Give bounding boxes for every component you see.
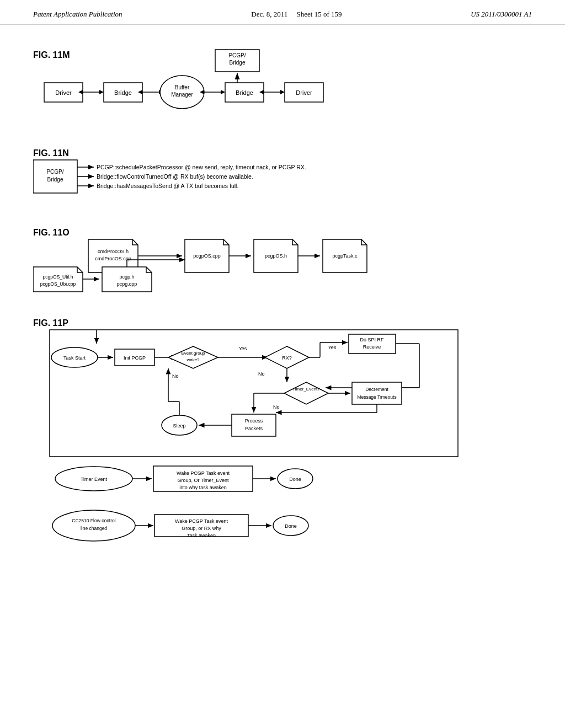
svg-text:Buffer: Buffer	[175, 84, 190, 90]
svg-text:Bridge: Bridge	[236, 89, 253, 96]
publication-label: Patent Application Publication	[33, 10, 122, 19]
svg-text:PCGP::schedulePacketProcessor : PCGP::schedulePacketProcessor @ new send…	[97, 164, 306, 170]
svg-text:CC2510 Flow control: CC2510 Flow control	[72, 518, 115, 523]
svg-text:Bridge: Bridge	[47, 176, 63, 183]
svg-text:No: No	[258, 371, 265, 377]
svg-text:FIG. 11N: FIG. 11N	[33, 148, 69, 158]
svg-text:Wake PCGP Task event: Wake PCGP Task event	[177, 470, 230, 476]
svg-marker-19	[221, 90, 225, 94]
svg-text:cmdProcOS.h: cmdProcOS.h	[98, 249, 129, 254]
svg-text:Process: Process	[245, 418, 263, 424]
svg-text:Task awaken: Task awaken	[187, 533, 216, 538]
svg-text:PCGP/: PCGP/	[46, 169, 63, 175]
svg-text:pcgpOS.h: pcgpOS.h	[265, 253, 287, 259]
svg-text:Bridge: Bridge	[114, 89, 132, 96]
svg-text:Yes: Yes	[328, 345, 337, 350]
fig-11o-diagram: FIG. 11O cmdProcOS.h cmdProcOS.cpp pcgpO…	[33, 226, 508, 297]
svg-text:pcgpOS.cpp: pcgpOS.cpp	[193, 253, 221, 259]
svg-text:Message Timeouts: Message Timeouts	[357, 394, 396, 400]
header-center: Dec. 8, 2011 Sheet 15 of 159	[251, 10, 342, 19]
svg-text:into why task awaken: into why task awaken	[179, 485, 227, 490]
svg-text:FIG. 11O: FIG. 11O	[33, 228, 70, 237]
page-header: Patent Application Publication Dec. 8, 2…	[0, 0, 565, 25]
svg-text:PCGP/: PCGP/	[228, 52, 246, 58]
svg-text:FIG. 11P: FIG. 11P	[33, 318, 68, 328]
svg-text:Bridge::flowControlTurnedOff  : Bridge::flowControlTurnedOff @ RX buf(s)…	[97, 173, 253, 180]
svg-marker-8	[99, 90, 104, 94]
svg-text:Sleep: Sleep	[173, 423, 185, 429]
svg-text:Bridge: Bridge	[230, 60, 246, 66]
fig-11m: FIG. 11M PCGP/ Bridge Driver Bridge B	[33, 47, 532, 135]
svg-text:pcgp.h: pcgp.h	[119, 274, 134, 280]
svg-text:Receive: Receive	[363, 344, 381, 350]
svg-text:pcpg.cpp: pcpg.cpp	[117, 281, 137, 287]
svg-text:pcgpOS_Util.h: pcgpOS_Util.h	[43, 274, 73, 280]
svg-text:Wake PCGP Task event: Wake PCGP Task event	[175, 518, 228, 524]
svg-text:Do SPI RF: Do SPI RF	[360, 337, 384, 342]
patent-number: US 2011/0300001 A1	[471, 10, 532, 19]
svg-text:Init PCGP: Init PCGP	[124, 355, 146, 361]
sheet-label: Sheet 15 of 159	[297, 10, 342, 18]
svg-text:pcgpOS_Ubi.cpp: pcgpOS_Ubi.cpp	[40, 281, 76, 287]
svg-text:cmdProcOS.cpp: cmdProcOS.cpp	[95, 256, 131, 261]
svg-text:Timer Event: Timer Event	[81, 477, 108, 482]
fig-11n-diagram: FIG. 11N PCGP/ Bridge PCGP::schedulePack…	[33, 146, 508, 207]
svg-text:Packets: Packets	[245, 426, 263, 431]
svg-text:No: No	[172, 373, 179, 379]
svg-text:Group, or RX why: Group, or RX why	[182, 526, 221, 531]
fig11m-label: FIG. 11M	[33, 50, 70, 60]
svg-marker-24	[280, 90, 285, 94]
fig-11o: FIG. 11O cmdProcOS.h cmdProcOS.cpp pcgpO…	[33, 226, 532, 299]
svg-text:Done: Done	[289, 477, 301, 482]
fig-11n: FIG. 11N PCGP/ Bridge PCGP::schedulePack…	[33, 146, 532, 209]
svg-text:No: No	[273, 404, 280, 410]
svg-text:Event group: Event group	[181, 351, 205, 356]
svg-text:Manager: Manager	[171, 92, 193, 98]
svg-text:pcgpTask.c: pcgpTask.c	[332, 253, 358, 259]
svg-text:Driver: Driver	[55, 89, 72, 96]
svg-text:Task Start: Task Start	[63, 355, 86, 361]
fig-11m-diagram: FIG. 11M PCGP/ Bridge Driver Bridge B	[33, 47, 508, 135]
svg-text:Done: Done	[285, 523, 297, 529]
svg-text:Driver: Driver	[296, 89, 312, 96]
svg-text:Group, Or Timer_Event: Group, Or Timer_Event	[177, 478, 229, 483]
fig-11p-diagram: FIG. 11P Task Start Init PCGP Event grou…	[33, 316, 508, 570]
svg-text:Decrement: Decrement	[365, 387, 388, 392]
svg-text:Bridge::hasMessagesToSend  @ A: Bridge::hasMessagesToSend @ A TX buf bec…	[97, 183, 238, 189]
date-label: Dec. 8, 2011	[251, 10, 287, 18]
fig-11p: FIG. 11P Task Start Init PCGP Event grou…	[33, 316, 532, 572]
main-content: FIG. 11M PCGP/ Bridge Driver Bridge B	[0, 25, 565, 594]
svg-text:Yes: Yes	[239, 346, 247, 351]
svg-rect-102	[232, 414, 276, 436]
svg-rect-95	[352, 382, 402, 404]
svg-text:wake?: wake?	[186, 357, 200, 362]
svg-text:RX?: RX?	[282, 355, 292, 361]
svg-text:line changed: line changed	[81, 526, 107, 531]
svg-text:Timer_Event?: Timer_Event?	[292, 387, 320, 392]
